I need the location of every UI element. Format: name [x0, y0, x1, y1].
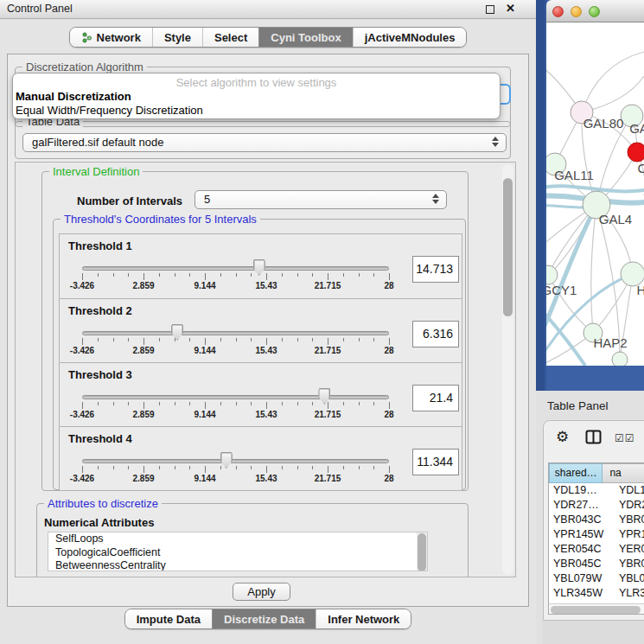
table-row[interactable]: YBR045CYBR0 [549, 557, 644, 571]
screen: Control Panel ✕ Network Style Select [0, 0, 644, 644]
threshold-3-panel: Threshold 3 -3.426 2.859 9.144 15.43 21.… [60, 362, 462, 426]
table-panel-footer [543, 621, 644, 644]
panel-title: Control Panel [7, 3, 73, 15]
threshold-1-panel: Threshold 1 -3.426 2.859 9.144 15.43 21.… [60, 234, 462, 298]
settings-gear-icon[interactable]: ⚙ [556, 428, 569, 446]
tab-impute-data[interactable]: Impute Data [125, 609, 212, 628]
control-panel-titlebar: Control Panel ✕ [0, 0, 536, 19]
bottom-tab-bar: Impute Data Discretize Data Infer Networ… [0, 609, 536, 629]
threshold-3-slider[interactable] [82, 395, 389, 399]
thresholds-group-label: Threshold's Coordinates for 5 Intervals [61, 213, 260, 226]
right-pane: GAL80 GA C GAL11 GAL4 GCY1 H HAP2 Table … [536, 0, 644, 644]
table-row[interactable]: YDR27…YDR2 [549, 498, 644, 513]
threshold-4-value[interactable]: 11.344 [412, 449, 459, 475]
node-label: GAL4 [599, 212, 632, 226]
network-window-titlebar [546, 0, 644, 22]
minimize-traffic-light-icon[interactable] [571, 6, 582, 17]
close-icon[interactable]: ✕ [506, 2, 515, 15]
attributes-group-label: Attributes to discretize [44, 497, 162, 510]
tab-discretize-data[interactable]: Discretize Data [212, 609, 316, 628]
list-item[interactable]: BetweennessCentrality [48, 559, 427, 571]
threshold-1-value[interactable]: 14.713 [412, 256, 459, 283]
control-panel: Control Panel ✕ Network Style Select [0, 0, 536, 644]
list-item[interactable]: TopologicalCoefficient [48, 546, 427, 560]
table-row[interactable]: YDL19…YDL1 [549, 483, 644, 498]
table-panel: Table Panel ⚙ ☑☑ shared… na [536, 391, 644, 644]
top-tab-bar: Network Style Select Cyni Toolbox jActiv… [0, 27, 536, 48]
settings-vertical-scrollbar[interactable] [502, 164, 513, 575]
settings-scroll-area: Interval Definition Number of Intervals … [15, 162, 516, 577]
network-icon [81, 32, 92, 43]
thresholds-group: Threshold's Coordinates for 5 Intervals … [53, 219, 466, 490]
table-panel-body: ⚙ ☑☑ shared… na YDL19…YDL1 Y [543, 420, 644, 621]
number-of-intervals-combobox[interactable]: 5 [194, 190, 447, 209]
table-toolbar: ⚙ ☑☑ [544, 426, 644, 450]
threshold-2-panel: Threshold 2 -3.426 2.859 9.144 15.43 21.… [60, 298, 462, 362]
tab-cyni-toolbox[interactable]: Cyni Toolbox [258, 28, 352, 47]
table-row[interactable]: YBR043CYBR0 [549, 513, 644, 527]
node-label: GAL80 [583, 116, 624, 131]
numerical-attributes-label: Numerical Attributes [44, 516, 154, 529]
tab-style[interactable]: Style [152, 28, 202, 47]
attributes-group: Attributes to discretize Numerical Attri… [36, 503, 469, 577]
table-row[interactable]: YBL079WYBL0 [549, 571, 644, 586]
tab-network[interactable]: Network [70, 28, 152, 47]
list-item[interactable]: SelfLoops [48, 532, 427, 546]
dropdown-option-manual[interactable]: Manual Discretization [13, 90, 500, 104]
algorithm-dropdown-popup: Select algorithm to view settings Manual… [12, 73, 501, 119]
tab-select[interactable]: Select [202, 28, 258, 47]
table-header-row: shared… na [549, 463, 644, 483]
node-label: GAL11 [554, 168, 594, 182]
cyni-settings-panel: Discretization Algorithm Select algorith… [7, 54, 529, 607]
discretization-algorithm-label: Discretization Algorithm [22, 61, 147, 73]
attributes-list-scrollbar[interactable] [417, 532, 427, 571]
table-row[interactable]: YLR345WYLR3 [549, 586, 644, 601]
threshold-1-slider[interactable] [82, 266, 389, 271]
threshold-3-value[interactable]: 21.4 [412, 385, 459, 411]
slider-ticks [82, 273, 390, 281]
table-data-combobox[interactable]: galFiltered.sif default node [22, 133, 507, 152]
slider-ticks [82, 466, 390, 474]
node-bottom[interactable] [612, 352, 628, 366]
column-header-shared-name[interactable]: shared… [549, 463, 603, 483]
network-nodes[interactable] [546, 101, 644, 366]
zoom-traffic-light-icon[interactable] [589, 6, 600, 17]
network-view-window[interactable]: GAL80 GA C GAL11 GAL4 GCY1 H HAP2 [546, 0, 644, 366]
interval-definition-label: Interval Definition [49, 165, 143, 178]
node-label: GCY1 [546, 283, 577, 297]
slider-ticks [82, 338, 390, 346]
threshold-4-panel: Threshold 4 -3.426 2.859 9.144 15.43 21.… [60, 426, 462, 490]
close-traffic-light-icon[interactable] [552, 6, 564, 17]
table-row[interactable]: YER054CYER0 [549, 542, 644, 557]
tab-jactivemnodules[interactable]: jActiveMNodules [353, 28, 467, 47]
tab-infer-network[interactable]: Infer Network [316, 609, 411, 628]
threshold-2-value[interactable]: 6.316 [412, 321, 459, 348]
table-data-group: Table Data galFiltered.sif default node [15, 121, 511, 159]
column-layout-icon[interactable] [585, 430, 602, 448]
dropdown-prompt: Select algorithm to view settings [13, 76, 500, 90]
node-table: shared… na YDL19…YDL1 YDR27…YDR2 YBR043C… [548, 462, 644, 615]
threshold-2-slider[interactable] [82, 331, 389, 335]
threshold-panels: Threshold 1 -3.426 2.859 9.144 15.43 21.… [59, 233, 462, 491]
slider-ticks [82, 402, 390, 410]
select-columns-icon[interactable]: ☑☑ [615, 432, 635, 444]
apply-button[interactable]: Apply [233, 583, 290, 601]
interval-definition-group: Interval Definition Number of Intervals … [41, 171, 469, 491]
column-header-name[interactable]: na [603, 463, 644, 483]
table-panel-title: Table Panel [547, 399, 609, 412]
node-label: H [637, 283, 644, 297]
combo-arrows-icon [431, 194, 439, 204]
number-of-intervals-label: Number of Intervals [77, 194, 182, 207]
node-selected-red[interactable] [628, 143, 644, 162]
network-canvas[interactable]: GAL80 GA C GAL11 GAL4 GCY1 H HAP2 [546, 22, 644, 366]
combo-arrows-icon [491, 137, 499, 147]
table-row[interactable]: YPR145WYPR1 [549, 527, 644, 542]
node-label: HAP2 [593, 335, 627, 350]
numerical-attributes-list: SelfLoops TopologicalCoefficient Between… [48, 532, 428, 571]
node-label: GA [629, 121, 644, 136]
node-label: C [638, 161, 644, 175]
dropdown-option-equal-width[interactable]: Equal Width/Frequency Discretization [13, 104, 500, 118]
table-horizontal-scrollbar[interactable] [549, 603, 644, 615]
float-window-icon[interactable] [486, 5, 494, 14]
threshold-4-slider[interactable] [82, 459, 389, 463]
